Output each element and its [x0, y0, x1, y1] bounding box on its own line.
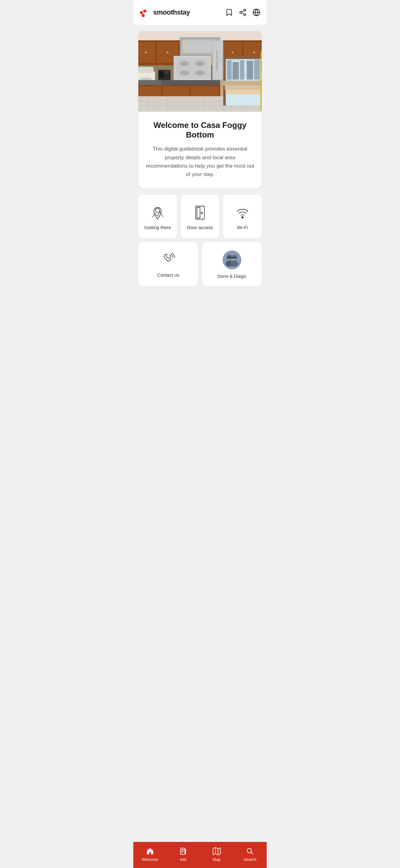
svg-point-33 [180, 61, 189, 66]
map-icon [213, 847, 221, 855]
svg-rect-32 [175, 57, 209, 79]
svg-rect-77 [261, 68, 262, 71]
svg-line-101 [251, 852, 253, 854]
svg-rect-76 [261, 62, 262, 65]
svg-rect-42 [165, 71, 169, 73]
globe-icon[interactable] [253, 8, 261, 17]
svg-rect-75 [261, 56, 262, 59]
svg-rect-60 [223, 56, 262, 59]
door-access-card[interactable]: Door access [181, 195, 220, 238]
feature-cards-row-1: Getting there Door access [138, 195, 262, 238]
svg-rect-96 [180, 848, 185, 854]
header-actions [225, 8, 261, 17]
svg-point-100 [247, 848, 252, 853]
svg-rect-70 [223, 81, 262, 85]
svg-rect-2 [141, 14, 145, 17]
share-icon[interactable] [239, 8, 247, 17]
svg-point-16 [167, 52, 168, 53]
nav-label-search: Search [244, 857, 257, 862]
svg-rect-78 [138, 80, 161, 85]
svg-point-3 [244, 9, 246, 11]
svg-rect-72 [226, 90, 262, 94]
phone-icon [160, 252, 176, 268]
getting-there-label: Getting there [144, 225, 171, 230]
svg-rect-38 [138, 67, 154, 73]
svg-point-88 [241, 216, 243, 218]
svg-rect-82 [216, 50, 218, 60]
svg-rect-41 [159, 71, 164, 78]
book-icon [179, 847, 187, 855]
welcome-card: Welcome to Casa Foggy Bottom This digita… [138, 31, 262, 188]
logo-icon [139, 7, 151, 18]
svg-rect-83 [216, 61, 218, 71]
contact-us-label: Contact us [157, 272, 179, 278]
svg-rect-80 [213, 41, 222, 60]
nav-item-map[interactable]: Map [200, 843, 233, 867]
nav-label-info: Info [180, 857, 187, 862]
contact-us-card[interactable]: Contact us [138, 242, 198, 286]
svg-rect-0 [140, 11, 143, 14]
svg-point-93 [231, 260, 238, 267]
svg-rect-65 [227, 60, 232, 80]
location-icon [149, 204, 166, 220]
welcome-description: This digital guidebook provides essentia… [146, 145, 254, 179]
wifi-card[interactable]: Wi-Fi [223, 195, 262, 238]
nav-item-info[interactable]: Info [167, 843, 200, 867]
property-image [138, 31, 262, 112]
svg-point-15 [145, 52, 147, 53]
svg-rect-66 [233, 62, 239, 80]
host-card[interactable]: Domi & Diego [202, 242, 262, 286]
svg-point-87 [201, 212, 203, 214]
svg-point-34 [195, 61, 205, 66]
app-header: smoothstay [133, 0, 267, 25]
svg-rect-74 [261, 51, 262, 110]
svg-rect-68 [247, 61, 253, 80]
svg-rect-19 [183, 40, 217, 53]
getting-there-card[interactable]: Getting there [138, 195, 177, 238]
wifi-label: Wi-Fi [237, 225, 248, 230]
svg-point-84 [155, 208, 160, 213]
svg-point-5 [244, 14, 246, 16]
bookmark-icon[interactable] [225, 8, 233, 17]
svg-rect-71 [225, 85, 262, 90]
svg-point-24 [253, 52, 255, 53]
nav-label-welcome: Welcome [142, 857, 159, 862]
nav-label-map: Map [213, 857, 221, 862]
svg-line-7 [241, 10, 244, 12]
svg-point-4 [240, 11, 242, 14]
welcome-title: Welcome to Casa Foggy Bottom [146, 120, 254, 140]
host-avatar [223, 251, 241, 269]
svg-line-6 [241, 13, 244, 14]
home-icon [146, 847, 154, 855]
door-icon [192, 204, 208, 220]
logo-text: smoothstay [153, 8, 190, 17]
svg-point-23 [232, 52, 233, 53]
svg-rect-94 [227, 257, 232, 258]
wifi-icon [234, 204, 251, 220]
door-access-label: Door access [187, 225, 213, 230]
logo: smoothstay [139, 7, 190, 18]
svg-marker-97 [213, 847, 221, 855]
svg-rect-69 [254, 60, 260, 80]
host-label: Domi & Diego [218, 274, 246, 279]
bottom-navigation: Welcome Info Map [133, 842, 267, 868]
main-content: Welcome to Casa Foggy Bottom This digita… [133, 25, 267, 321]
svg-point-89 [223, 251, 241, 269]
nav-item-welcome[interactable]: Welcome [133, 843, 167, 867]
feature-cards-row-2: Contact us [138, 242, 262, 286]
search-icon [246, 847, 254, 855]
svg-rect-81 [213, 61, 222, 79]
welcome-text-area: Welcome to Casa Foggy Bottom This digita… [138, 112, 262, 188]
svg-point-36 [195, 70, 205, 75]
nav-item-search[interactable]: Search [233, 843, 267, 867]
svg-point-35 [180, 70, 189, 75]
svg-rect-1 [143, 9, 147, 13]
svg-rect-67 [240, 60, 244, 80]
svg-rect-86 [197, 207, 200, 218]
svg-rect-95 [232, 257, 237, 258]
